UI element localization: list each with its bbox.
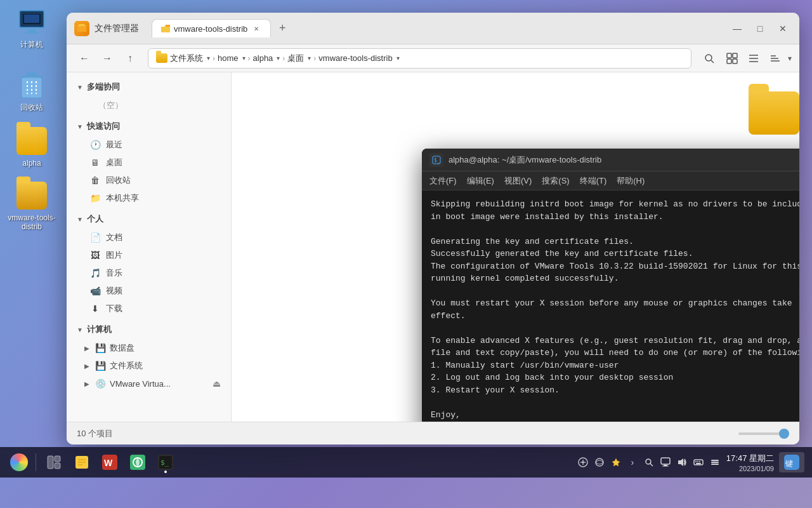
sidebar-section-computer-label: 计算机 bbox=[87, 324, 112, 335]
tab-vmware[interactable]: vmware-tools-distrib ✕ bbox=[152, 19, 271, 37]
tab-close-button[interactable]: ✕ bbox=[251, 23, 261, 34]
breadcrumb-sep-3: › bbox=[282, 54, 285, 63]
clock-area[interactable]: 17:47 星期二 2023/01/09 bbox=[726, 453, 774, 472]
tray-network-icon[interactable] bbox=[593, 456, 606, 469]
desktop-icons: 计算机 回收站 alpha bbox=[6, 6, 57, 231]
terminal-menu-search[interactable]: 搜索(S) bbox=[542, 175, 569, 187]
toolbar: ← → ↑ 文件系统 ▾ › home ▾ › a bbox=[67, 44, 799, 72]
breadcrumb-desktop[interactable]: 桌面 ▾ bbox=[287, 53, 311, 64]
zoom-slider[interactable] bbox=[738, 432, 789, 435]
tray-accessibility-icon[interactable] bbox=[577, 456, 589, 469]
svg-point-47 bbox=[646, 459, 651, 464]
breadcrumb-alpha-label: alpha bbox=[253, 53, 273, 63]
input-method-button[interactable]: 键 bbox=[779, 452, 804, 472]
sidebar-item-desktop-label: 桌面 bbox=[106, 157, 122, 168]
image-icon: 🖼 bbox=[89, 250, 101, 261]
breadcrumb-sep-4: › bbox=[313, 54, 316, 63]
terminal-window: $_ alpha@alpha: ~/桌面/vmware-tools-distri… bbox=[422, 149, 799, 422]
tabs-area: vmware-tools-distrib ✕ + bbox=[152, 19, 728, 37]
sidebar-item-filesystem[interactable]: ▶ 💾 文件系统 bbox=[67, 357, 231, 375]
tray-volume-icon[interactable] bbox=[676, 456, 688, 469]
terminal-menu-view[interactable]: 视图(V) bbox=[504, 175, 532, 187]
list-view-button[interactable] bbox=[743, 48, 764, 69]
file-area: $_ alpha@alpha: ~/桌面/vmware-tools-distri… bbox=[232, 72, 799, 422]
desktop-icon-label-computer: 计算机 bbox=[20, 39, 43, 50]
breadcrumb-alpha[interactable]: alpha ▾ bbox=[253, 53, 280, 63]
taskbar-icon-panel[interactable] bbox=[41, 450, 67, 475]
taskbar-icon-notes[interactable] bbox=[69, 450, 95, 475]
sidebar-item-downloads[interactable]: ⬇ 下载 bbox=[67, 300, 231, 318]
sidebar-item-pictures[interactable]: 🖼 图片 bbox=[67, 246, 231, 264]
sidebar-item-localshare[interactable]: 📁 本机共享 bbox=[67, 189, 231, 207]
back-button[interactable]: ← bbox=[74, 48, 95, 69]
tray-desktop-icon[interactable] bbox=[659, 456, 672, 469]
desktop-icon-alpha[interactable]: alpha bbox=[6, 126, 57, 168]
breadcrumb[interactable]: 文件系统 ▾ › home ▾ › alpha ▾ › 桌面 ▾ › bbox=[148, 48, 691, 69]
search-button[interactable] bbox=[699, 48, 719, 69]
breadcrumb-filesystem[interactable]: 文件系统 ▾ bbox=[156, 53, 210, 64]
sidebar-section-quickaccess-header[interactable]: ▼ 快速访问 bbox=[67, 117, 231, 136]
view-chevron[interactable]: ▾ bbox=[788, 54, 792, 63]
clock-time: 17:47 星期二 bbox=[726, 453, 774, 464]
terminal-menu-edit[interactable]: 编辑(E) bbox=[467, 175, 494, 187]
tray-star-icon[interactable] bbox=[610, 456, 622, 469]
maximize-button[interactable]: □ bbox=[751, 20, 769, 37]
desktop-icon-vmware[interactable]: vmware-tools-distrib bbox=[6, 180, 57, 231]
forward-button[interactable]: → bbox=[97, 48, 117, 69]
breadcrumb-vmware[interactable]: vmware-tools-distrib ▾ bbox=[318, 53, 399, 63]
sidebar-item-trash-label: 回收站 bbox=[106, 175, 131, 186]
arrow-icon-3: ▼ bbox=[77, 216, 83, 223]
up-button[interactable]: ↑ bbox=[120, 48, 140, 69]
taskbar-icon-deepin[interactable] bbox=[125, 450, 150, 475]
doc-icon: 📄 bbox=[89, 232, 101, 243]
sidebar-item-recent[interactable]: 🕐 最近 bbox=[67, 136, 231, 154]
tray-arrow-icon[interactable]: › bbox=[626, 456, 639, 469]
sidebar-item-trash[interactable]: 🗑 回收站 bbox=[67, 171, 231, 189]
terminal-content[interactable]: Skipping rebuilding initrd boot image fo… bbox=[422, 190, 799, 422]
sidebar-item-vmware-label: VMware Virtua... bbox=[110, 379, 171, 389]
terminal-menu-help[interactable]: 帮助(H) bbox=[617, 175, 645, 187]
sidebar-item-desktop[interactable]: 🖥 桌面 bbox=[67, 154, 231, 171]
taskbar: W $_ bbox=[0, 447, 812, 478]
tray-settings-icon[interactable] bbox=[709, 456, 721, 469]
sidebar-item-datadisk[interactable]: ▶ 💾 数据盘 bbox=[67, 339, 231, 357]
sidebar-item-vmware-virtual[interactable]: ▶ 💿 VMware Virtua... ⏏ bbox=[67, 375, 231, 392]
minimize-button[interactable]: — bbox=[728, 20, 746, 37]
sidebar-item-datadisk-label: 数据盘 bbox=[110, 342, 134, 354]
svg-rect-4 bbox=[25, 32, 39, 34]
breadcrumb-home[interactable]: home ▾ bbox=[218, 53, 246, 63]
grid-view-button[interactable] bbox=[722, 48, 742, 69]
sidebar-item-music[interactable]: 🎵 音乐 bbox=[67, 264, 231, 282]
eject-icon[interactable]: ⏏ bbox=[213, 378, 221, 389]
taskbar-icon-terminal[interactable]: $_ bbox=[153, 450, 178, 475]
terminal-menu-terminal[interactable]: 终端(T) bbox=[580, 175, 607, 187]
tray-search-icon[interactable] bbox=[643, 456, 655, 469]
close-button[interactable]: ✕ bbox=[774, 20, 792, 37]
sidebar-item-recent-label: 最近 bbox=[106, 139, 122, 150]
terminal-menu-file[interactable]: 文件(F) bbox=[429, 175, 457, 187]
sidebar-section-personal-header[interactable]: ▼ 个人 bbox=[67, 210, 231, 229]
sidebar-section-multicoop-header[interactable]: ▼ 多端协同 bbox=[67, 77, 231, 97]
desktop-icon-sidebar: 🖥 bbox=[89, 157, 101, 168]
start-button[interactable] bbox=[8, 451, 30, 474]
tab-add-button[interactable]: + bbox=[273, 20, 291, 37]
zoom-slider-thumb[interactable] bbox=[779, 429, 789, 439]
sidebar-item-videos[interactable]: 📹 视频 bbox=[67, 282, 231, 300]
desktop-icon-label-alpha: alpha bbox=[22, 159, 41, 168]
desktop-icon-recycle[interactable]: 回收站 bbox=[6, 69, 57, 113]
desktop-icon-computer[interactable]: 计算机 bbox=[6, 6, 57, 50]
svg-line-15 bbox=[711, 60, 714, 63]
download-icon: ⬇ bbox=[89, 303, 101, 314]
sidebar-section-computer: ▼ 计算机 ▶ 💾 数据盘 ▶ 💾 文件系统 ▶ bbox=[67, 320, 231, 392]
start-icon bbox=[10, 453, 28, 471]
sort-button[interactable] bbox=[765, 48, 785, 69]
sidebar-section-computer-header[interactable]: ▼ 计算机 bbox=[67, 320, 231, 339]
breadcrumb-chevron-1: ▾ bbox=[242, 55, 246, 62]
taskbar-icon-wps[interactable]: W bbox=[97, 450, 122, 475]
system-tray: › bbox=[577, 452, 804, 472]
svg-rect-19 bbox=[733, 59, 737, 64]
sidebar-section-personal: ▼ 个人 📄 文档 🖼 图片 🎵 音乐 bbox=[67, 210, 231, 318]
breadcrumb-chevron-2: ▾ bbox=[277, 55, 280, 62]
sidebar-item-docs[interactable]: 📄 文档 bbox=[67, 229, 231, 246]
tray-keyboard-icon[interactable] bbox=[692, 456, 705, 469]
